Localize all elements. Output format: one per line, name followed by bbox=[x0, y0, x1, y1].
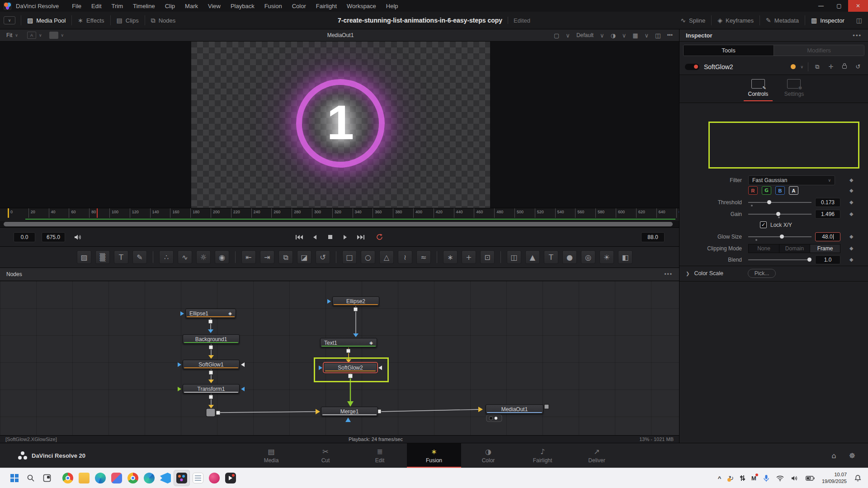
channel-select-icon[interactable]: A bbox=[27, 32, 36, 39]
node-diamond-icon[interactable]: ◈ bbox=[369, 340, 373, 345]
audio-mute-icon[interactable] bbox=[74, 234, 82, 240]
menu-item[interactable]: Playback bbox=[226, 3, 259, 9]
scrollbar-thumb[interactable] bbox=[4, 222, 673, 226]
menu-item[interactable]: Fairlight bbox=[311, 3, 342, 9]
page-tab-fairlight[interactable]: ♪Fairlight bbox=[515, 443, 570, 468]
filter-dropdown[interactable]: Fast Gaussian∨ bbox=[748, 175, 835, 185]
polygon-mask-icon[interactable]: △ bbox=[379, 250, 394, 264]
light3d-icon[interactable]: ☀ bbox=[599, 250, 614, 264]
paint-tool-icon[interactable]: ✎ bbox=[132, 250, 147, 264]
effects-button[interactable]: ∗ Effects bbox=[72, 12, 110, 29]
lut-dropdown[interactable]: Default bbox=[576, 32, 594, 38]
keyframe-icon[interactable]: ◆ bbox=[849, 177, 853, 183]
spline-tool-icon[interactable]: ∿ bbox=[178, 250, 192, 264]
clipping-frame-button[interactable]: Frame bbox=[810, 244, 840, 253]
lock-xy-checkbox[interactable]: ✓ bbox=[760, 221, 767, 228]
menu-item[interactable]: Help bbox=[381, 3, 403, 9]
viewer-canvas[interactable]: 1 bbox=[0, 42, 679, 208]
step-back-button[interactable] bbox=[310, 234, 320, 241]
channel-b-button[interactable]: B bbox=[775, 186, 785, 195]
chevron-down-icon[interactable]: ∨ bbox=[800, 65, 803, 69]
menu-item[interactable]: Workspace bbox=[342, 3, 381, 9]
pick-button[interactable]: Pick... bbox=[748, 269, 776, 278]
renderer3d-icon[interactable]: ◧ bbox=[618, 250, 632, 264]
keyframe-icon[interactable]: ◆ bbox=[849, 245, 853, 251]
fastnoise-tool-icon[interactable]: ▒ bbox=[95, 250, 110, 264]
colorcorrector-tool-icon[interactable]: ☼ bbox=[196, 250, 211, 264]
menu-item[interactable]: File bbox=[67, 3, 86, 9]
threshold-slider[interactable] bbox=[748, 197, 811, 207]
node-merge1[interactable]: Merge1 bbox=[321, 407, 378, 416]
page-tab-cut[interactable]: ✂Cut bbox=[298, 443, 353, 468]
blend-slider[interactable] bbox=[748, 255, 811, 264]
metadata-button[interactable]: ✎ Metadata bbox=[760, 12, 805, 29]
menu-app-name[interactable]: DaVinci Resolve bbox=[16, 3, 59, 9]
menu-item[interactable]: View bbox=[203, 3, 226, 9]
keyframes-button[interactable]: ◈ Keyframes bbox=[712, 12, 760, 29]
interface-toggle-icon[interactable]: ∨ bbox=[4, 16, 15, 24]
search-icon[interactable] bbox=[23, 470, 39, 486]
page-tab-deliver[interactable]: ↗Deliver bbox=[570, 443, 624, 468]
tab-tools[interactable]: Tools bbox=[684, 45, 774, 56]
start-button[interactable] bbox=[6, 470, 23, 486]
stop-button[interactable] bbox=[325, 234, 335, 241]
resize-tool-icon[interactable]: ↺ bbox=[316, 250, 330, 264]
mattecontrol-tool-icon[interactable]: ◪ bbox=[297, 250, 311, 264]
wifi-icon[interactable] bbox=[776, 475, 784, 481]
saver-tool-icon[interactable]: ⇥ bbox=[260, 250, 274, 264]
app-icon-davinci-resolve-active[interactable] bbox=[174, 470, 190, 486]
range-end-input[interactable]: 675.0 bbox=[42, 232, 65, 242]
volume-icon[interactable] bbox=[791, 475, 798, 481]
app-icon-edge[interactable] bbox=[92, 470, 108, 486]
menu-item[interactable]: Fusion bbox=[259, 3, 287, 9]
inspector-menu[interactable]: ••• bbox=[853, 32, 862, 39]
go-to-start-button[interactable] bbox=[294, 234, 304, 241]
panel-layout-button[interactable]: ◫ bbox=[850, 12, 868, 29]
loader-tool-icon[interactable]: ⇤ bbox=[241, 250, 256, 264]
node-diamond-icon[interactable]: ◈ bbox=[228, 311, 232, 316]
audio-mixer-icon[interactable] bbox=[741, 475, 744, 481]
gain-slider[interactable] bbox=[748, 209, 811, 219]
roi-icon[interactable]: ▢ bbox=[554, 32, 559, 39]
play-button[interactable] bbox=[340, 234, 350, 241]
bspline-mask-icon[interactable]: ≀ bbox=[398, 250, 412, 264]
app-icon-chrome[interactable] bbox=[125, 470, 141, 486]
merge3d-icon[interactable]: ● bbox=[562, 250, 577, 264]
channel-a-button[interactable]: A bbox=[789, 186, 798, 195]
shape3d-icon[interactable]: ▲ bbox=[525, 250, 540, 264]
output-triangle-icon[interactable] bbox=[241, 362, 245, 367]
app-icon-media-player[interactable] bbox=[222, 470, 239, 486]
rectangle-mask-icon[interactable]: □ bbox=[342, 250, 357, 264]
keyframe-icon[interactable]: ◆ bbox=[849, 257, 853, 263]
go-to-end-button[interactable] bbox=[356, 234, 366, 241]
microphone-icon[interactable] bbox=[764, 474, 769, 482]
keyframe-icon[interactable]: ◆ bbox=[849, 211, 853, 217]
menu-item[interactable]: Trim bbox=[107, 3, 128, 9]
app-icon-file-explorer[interactable] bbox=[76, 470, 92, 486]
expander-chevron-icon[interactable]: ❯ bbox=[686, 271, 689, 276]
camera3d-icon[interactable]: ◎ bbox=[581, 250, 595, 264]
app-icon-browser[interactable] bbox=[60, 470, 76, 486]
app-icon-clipchamp[interactable] bbox=[206, 470, 222, 486]
notification-bell-icon[interactable]: z bbox=[854, 474, 862, 482]
toolbar-separator[interactable] bbox=[235, 251, 236, 263]
page-tab-edit[interactable]: ≣Edit bbox=[353, 443, 407, 468]
clipping-none-button[interactable]: None bbox=[748, 244, 779, 253]
page-tab-fusion[interactable]: ∗Fusion bbox=[407, 443, 461, 468]
grid-icon[interactable]: ▦ bbox=[632, 32, 638, 39]
channel-r-button[interactable]: R bbox=[748, 186, 758, 195]
playhead[interactable] bbox=[97, 208, 98, 218]
node-color-label-icon[interactable] bbox=[791, 64, 796, 69]
toolbar-separator[interactable] bbox=[437, 251, 437, 263]
clipping-domain-button[interactable]: Domain bbox=[779, 244, 810, 253]
timeline-ruler[interactable]: 0204060801001201401601802002202402602803… bbox=[0, 208, 679, 221]
glow-size-value[interactable]: 48.0 bbox=[815, 232, 840, 241]
range-start-input[interactable]: 0.0 bbox=[14, 232, 35, 242]
gain-value[interactable]: 1.496 bbox=[815, 210, 840, 219]
viewer-options-menu[interactable]: ••• bbox=[667, 32, 673, 38]
particle-render-icon[interactable]: ⊡ bbox=[480, 250, 495, 264]
task-view-icon[interactable] bbox=[39, 470, 55, 486]
ellipse-mask-icon[interactable]: ○ bbox=[361, 250, 375, 264]
keyframe-icon[interactable]: ◆ bbox=[849, 188, 853, 193]
nodes-button[interactable]: ⧉ Nodes bbox=[145, 12, 182, 29]
